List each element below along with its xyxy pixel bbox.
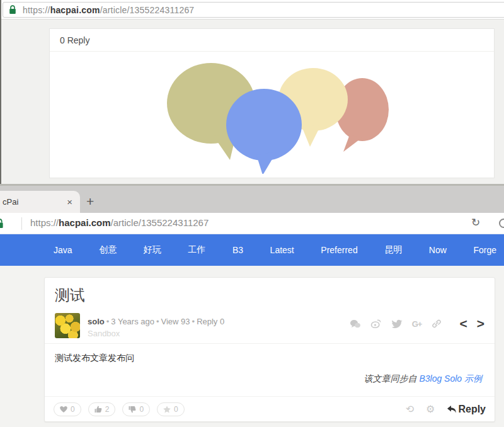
article-reply-count: Reply 0 (197, 317, 224, 326)
refresh-comments-icon[interactable]: ⟲ (406, 403, 414, 415)
thumbs-up-button[interactable]: 2 (88, 402, 116, 416)
reply-button[interactable]: Reply (447, 404, 486, 415)
heart-vote-button[interactable]: 0 (54, 402, 81, 416)
wechat-share-icon[interactable] (350, 318, 361, 329)
reply-button-label: Reply (458, 404, 486, 415)
window2-tab-strip: cPai × + (0, 186, 504, 213)
article-title: 测试 (55, 285, 85, 305)
url-path: /article/1355224311267 (100, 5, 195, 15)
speech-bubbles-illustration (156, 54, 389, 174)
author-name[interactable]: solo (88, 317, 105, 326)
nav-item-kunming[interactable]: 昆明 (384, 244, 402, 256)
nav-item-b3[interactable]: B3 (232, 245, 243, 255)
nav-item-preferred[interactable]: Preferred (321, 245, 357, 255)
nav-item-forge[interactable]: Forge (473, 245, 496, 255)
sandbox-badge: Sandbox (88, 329, 120, 338)
star-vote-button[interactable]: 0 (157, 402, 185, 416)
sync-note: 该文章同步自 B3log Solo 示例 (364, 373, 483, 385)
heart-count: 0 (71, 405, 75, 414)
article-body: 测试发布文章发布问 (55, 353, 134, 364)
thumbs-down-button[interactable]: 0 (122, 402, 150, 416)
url-domain: hacpai.com (50, 5, 100, 15)
nav-item-latest[interactable]: Latest (270, 245, 294, 255)
next-article-button[interactable]: > (477, 318, 484, 329)
window2-address-bar[interactable]: https://hacpai.com/article/1355224311267… (0, 213, 504, 234)
footer-actions: ⟲ ⚙ Reply (406, 403, 486, 415)
thumbs-down-count: 0 (139, 405, 144, 414)
article-views: View 93 (161, 317, 190, 326)
sync-source-link[interactable]: B3log Solo 示例 (419, 373, 482, 384)
site-nav-items: Java 创意 好玩 工作 B3 Latest Preferred 昆明 Now… (54, 234, 496, 266)
site-nav-bar: Java 创意 好玩 工作 B3 Latest Preferred 昆明 Now… (0, 234, 504, 266)
url-domain: hacpai.com (59, 217, 111, 228)
window1-address-bar: https://hacpai.com/article/1355224311267 (0, 0, 504, 20)
weibo-share-icon[interactable] (370, 318, 382, 329)
url-protocol: https:// (30, 217, 59, 228)
author-avatar[interactable] (55, 313, 80, 338)
star-count: 0 (174, 405, 178, 414)
thumbs-up-count: 2 (105, 405, 110, 414)
screenshot-stage: https://hacpai.com/article/1355224311267… (0, 0, 504, 427)
article-divider (45, 343, 495, 344)
blue-bubble (226, 89, 302, 174)
window1-url-text: https://hacpai.com/article/1355224311267 (23, 5, 194, 15)
prev-article-button[interactable]: < (459, 318, 467, 329)
article-time: 3 Years ago (111, 317, 154, 326)
nav-item-gongzuo[interactable]: 工作 (188, 244, 205, 256)
secure-lock-icon (9, 5, 16, 14)
thumbs-up-icon (94, 406, 102, 413)
article-meta: solo•3 Years ago•View 93•Reply 0 (88, 317, 224, 326)
window1-url-field[interactable]: https://hacpai.com/article/1355224311267 (3, 2, 504, 18)
nav-item-haowan[interactable]: 好玩 (144, 244, 161, 256)
tab-close-icon[interactable]: × (67, 196, 72, 207)
window2-url-text: https://hacpai.com/article/1355224311267 (30, 217, 209, 228)
urlbar-separator (21, 217, 22, 230)
article-footer: 0 2 0 0 ⟲ ⚙ (45, 396, 495, 421)
reload-icon[interactable]: ↻ (471, 216, 480, 229)
url-protocol: https:// (23, 5, 50, 15)
new-tab-button[interactable]: + (86, 195, 94, 208)
googleplus-share-icon[interactable]: G+ (412, 319, 422, 329)
heart-icon (60, 406, 67, 413)
comments-header: 0 Reply (50, 29, 494, 52)
browser-tab-hacpai[interactable]: cPai × (0, 191, 80, 213)
reply-arrow-icon (447, 405, 457, 414)
secure-lock-icon (0, 219, 4, 229)
nav-item-now[interactable]: Now (429, 245, 447, 255)
nav-item-java[interactable]: Java (54, 245, 72, 255)
meta-dot: • (190, 317, 197, 326)
clipped-browser-icon (499, 219, 504, 228)
sync-prefix: 该文章同步自 (364, 373, 420, 384)
meta-dot: • (154, 317, 161, 326)
share-toolbar: G+ < > (350, 318, 484, 329)
window1-left-edge (0, 0, 1, 184)
gear-icon[interactable]: ⚙ (426, 403, 435, 415)
url-path: /article/1355224311267 (111, 217, 209, 228)
star-icon (163, 406, 171, 413)
article-card: 测试 solo•3 Years ago•View 93•Reply 0 Sand… (44, 277, 495, 422)
empty-comments-illustration (50, 52, 494, 176)
tab-label: cPai (3, 197, 67, 207)
meta-dot: • (105, 317, 112, 326)
comments-panel: 0 Reply (49, 28, 495, 178)
permalink-icon[interactable] (431, 318, 442, 329)
thumbs-down-icon (129, 406, 136, 413)
twitter-share-icon[interactable] (391, 318, 403, 329)
nav-item-chuangyi[interactable]: 创意 (99, 244, 117, 256)
